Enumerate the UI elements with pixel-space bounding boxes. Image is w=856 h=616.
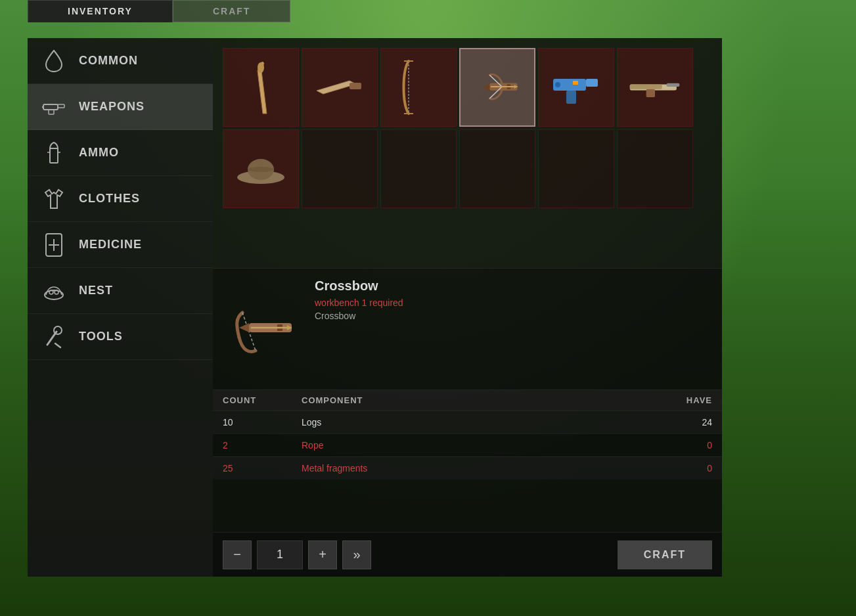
item-slot-crossbow[interactable] (459, 48, 535, 127)
sidebar-item-ammo[interactable]: AMMO (28, 130, 213, 176)
nest-icon (41, 278, 67, 304)
bottom-bar: − 1 + » CRAFT (213, 532, 722, 577)
have-metal: 0 (633, 463, 712, 473)
wrench-icon (41, 324, 67, 350)
count-metal: 25 (223, 463, 302, 473)
items-panel (213, 38, 722, 268)
items-grid (223, 48, 712, 208)
tab-craft[interactable]: CRAFT (173, 0, 290, 22)
component-logs: Logs (302, 417, 633, 428)
sidebar-item-weapons[interactable]: WEAPONS (28, 84, 213, 130)
item-slot-bow[interactable] (380, 48, 457, 127)
detail-title: Crossbow (315, 278, 712, 294)
detail-item-icon (223, 278, 302, 377)
item-slot-empty-11[interactable] (538, 129, 614, 208)
droplet-icon (41, 48, 67, 74)
sidebar-item-tools[interactable]: TOOLS (28, 314, 213, 360)
tabs: INVENTORY CRAFT (28, 0, 290, 22)
comp-row-rope: 2 Rope 0 (213, 433, 722, 456)
detail-panel: Crossbow workbench 1 required Crossbow (213, 268, 722, 389)
col-component: COMPONENT (302, 395, 633, 405)
knife-icon (313, 61, 366, 114)
svg-rect-29 (573, 81, 578, 85)
sidebar-label-ammo: AMMO (79, 146, 119, 160)
quantity-max-button[interactable]: » (342, 540, 371, 569)
main-container: COMMON WEAPONS (28, 38, 722, 577)
sidebar-label-medicine: MEDICINE (79, 238, 142, 252)
svg-line-15 (55, 343, 60, 347)
item-slot-empty-12[interactable] (617, 129, 693, 208)
col-count: COUNT (223, 395, 302, 405)
item-slot-empty-8[interactable] (302, 129, 378, 208)
svg-rect-32 (667, 83, 680, 87)
sidebar-label-nest: NEST (79, 284, 113, 297)
have-logs: 24 (633, 417, 712, 428)
detail-requirement: workbench 1 required (315, 297, 712, 308)
sidebar: COMMON WEAPONS (28, 38, 213, 577)
item-slot-shotgun[interactable] (617, 48, 693, 127)
count-rope: 2 (223, 440, 302, 451)
crossbow-icon (471, 61, 524, 114)
hat-icon (235, 143, 287, 195)
item-slot-hat[interactable] (223, 129, 299, 208)
sidebar-item-clothes[interactable]: CLOTHES (28, 176, 213, 222)
tab-inventory[interactable]: INVENTORY (28, 0, 173, 22)
sidebar-item-medicine[interactable]: MEDICINE (28, 222, 213, 268)
svg-rect-27 (566, 91, 576, 104)
shotgun-icon (629, 61, 681, 114)
bat-icon (235, 61, 287, 114)
sidebar-label-common: COMMON (79, 54, 138, 68)
have-rope: 0 (633, 440, 712, 451)
svg-point-36 (248, 167, 274, 172)
svg-rect-26 (586, 79, 598, 87)
component-metal: Metal fragments (302, 463, 633, 473)
pistol-icon (550, 61, 602, 114)
bullet-icon (41, 140, 67, 166)
svg-point-16 (258, 62, 264, 73)
sidebar-label-tools: TOOLS (79, 330, 123, 343)
sidebar-label-clothes: CLOTHES (79, 192, 140, 206)
count-logs: 10 (223, 417, 302, 428)
item-slot-knife[interactable] (302, 48, 378, 127)
right-panel: Crossbow workbench 1 required Crossbow C… (213, 38, 722, 577)
svg-rect-31 (630, 85, 662, 89)
quantity-display: 1 (257, 540, 303, 569)
comp-row-logs: 10 Logs 24 (213, 410, 722, 433)
svg-rect-17 (349, 83, 361, 89)
item-slot-empty-9[interactable] (380, 129, 457, 208)
comp-row-metal: 25 Metal fragments 0 (213, 456, 722, 479)
item-slot-pistol[interactable] (538, 48, 614, 127)
gun-icon (41, 94, 67, 120)
quantity-decrease-button[interactable]: − (223, 540, 252, 569)
cross-icon (41, 232, 67, 258)
components-table: COUNT COMPONENT HAVE 10 Logs 24 2 Rope 0… (213, 389, 722, 479)
svg-point-14 (54, 326, 62, 334)
components-header: COUNT COMPONENT HAVE (213, 390, 722, 410)
svg-rect-2 (49, 110, 54, 114)
item-slot-bat[interactable] (223, 48, 299, 127)
sidebar-item-nest[interactable]: NEST (28, 268, 213, 314)
item-slot-empty-10[interactable] (459, 129, 535, 208)
col-have: HAVE (633, 395, 712, 405)
detail-info: Crossbow workbench 1 required Crossbow (315, 278, 712, 380)
craft-button[interactable]: CRAFT (618, 540, 712, 569)
detail-description: Crossbow (315, 311, 712, 321)
sidebar-label-weapons: WEAPONS (79, 100, 145, 114)
quantity-increase-button[interactable]: + (308, 540, 337, 569)
svg-rect-0 (43, 104, 58, 110)
shirt-icon (41, 186, 67, 212)
svg-rect-33 (646, 89, 655, 97)
bow-icon (392, 61, 445, 114)
svg-rect-4 (50, 148, 58, 163)
empty-area (213, 479, 722, 532)
component-rope: Rope (302, 440, 633, 451)
sidebar-item-common[interactable]: COMMON (28, 38, 213, 84)
svg-point-28 (555, 82, 560, 87)
svg-rect-1 (58, 104, 64, 108)
